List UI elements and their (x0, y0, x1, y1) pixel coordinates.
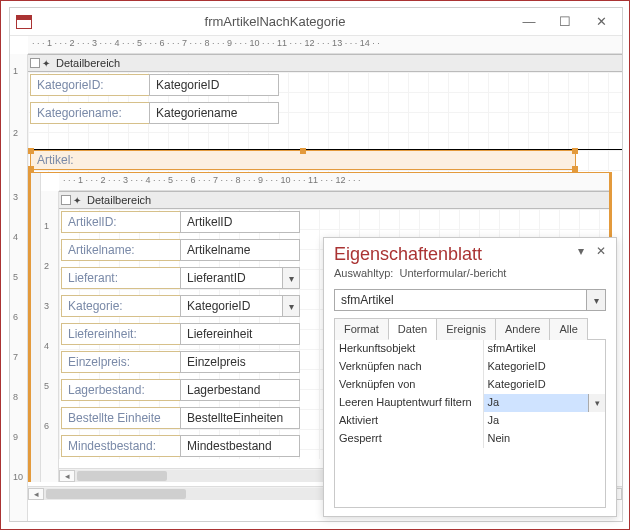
section-header-detail[interactable]: ✦ Detailbereich (28, 54, 622, 72)
property-value[interactable]: Nein (484, 430, 606, 448)
property-value[interactable]: KategorieID (484, 376, 606, 394)
textbox-liefereinheit[interactable]: Liefereinheit (180, 323, 300, 345)
property-value[interactable]: KategorieID (484, 358, 606, 376)
label-artikelname[interactable]: Artikelname: (61, 239, 181, 261)
main-detail-grid[interactable]: KategorieID: KategorieID Kategoriename: … (28, 72, 622, 150)
task-pane-options-icon[interactable]: ▾ (572, 242, 590, 260)
close-button[interactable]: ✕ (584, 11, 618, 33)
label-bestellteeinheiten[interactable]: Bestellte Einheite (61, 407, 181, 429)
textbox-artikelname[interactable]: Artikelname (180, 239, 300, 261)
label-kategoriename[interactable]: Kategoriename: (30, 102, 150, 124)
resize-handle[interactable] (300, 148, 306, 154)
textbox-lagerbestand[interactable]: Lagerbestand (180, 379, 300, 401)
resize-handle[interactable] (572, 148, 578, 154)
tab-format[interactable]: Format (334, 318, 389, 340)
form-icon (16, 15, 32, 29)
titlebar: frmArtikelNachKategorie — ☐ ✕ (10, 8, 622, 36)
property-sheet-title: Eigenschaftenblatt (334, 244, 608, 265)
property-sheet-subtitle: Auswahltyp: Unterformular/-bericht (334, 267, 608, 279)
field-row: Einzelpreis:Einzelpreis (61, 351, 300, 375)
label-liefereinheit[interactable]: Liefereinheit: (61, 323, 181, 345)
label-kategorieid[interactable]: Kategorie: (61, 295, 181, 317)
scroll-thumb[interactable] (77, 471, 167, 481)
field-row: Artikelname:Artikelname (61, 239, 300, 263)
property-name: Leeren Hauptentwurf filtern (335, 394, 484, 412)
textbox-kategorieid[interactable]: KategorieID (149, 74, 279, 96)
property-name: Verknüpfen nach (335, 358, 484, 376)
textbox-bestellteeinheiten[interactable]: BestellteEinheiten (180, 407, 300, 429)
scroll-left-button[interactable]: ◂ (28, 488, 44, 500)
property-tabs: FormatDatenEreignisAndereAlle (334, 317, 606, 340)
label-kategorieid[interactable]: KategorieID: (30, 74, 150, 96)
field-row: Lieferant:LieferantID (61, 267, 300, 291)
field-row: Kategoriename: Kategoriename (30, 102, 279, 126)
property-value[interactable]: Ja (484, 394, 606, 412)
artikel-label-area: Artikel: (28, 150, 622, 172)
scroll-thumb[interactable] (46, 489, 186, 499)
property-sheet-close-icon[interactable]: ✕ (592, 242, 610, 260)
property-row[interactable]: AktiviertJa (335, 412, 605, 430)
property-name: Gesperrt (335, 430, 484, 448)
tab-daten[interactable]: Daten (388, 318, 437, 340)
minimize-button[interactable]: — (512, 11, 546, 33)
subform-section-header[interactable]: ✦ Detailbereich (59, 191, 609, 209)
subform-ruler-horizontal[interactable]: · · · 1 · · · 2 · · · 3 · · · 4 · · · 5 … (59, 173, 609, 191)
property-row[interactable]: Verknüpfen vonKategorieID (335, 376, 605, 394)
textbox-kategoriename[interactable]: Kategoriename (149, 102, 279, 124)
property-row[interactable]: GesperrtNein (335, 430, 605, 448)
section-title: Detailbereich (87, 194, 151, 206)
section-arrow-icon: ✦ (42, 58, 50, 69)
label-artikel[interactable]: Artikel: (30, 150, 576, 170)
property-name: Verknüpfen von (335, 376, 484, 394)
label-lieferantid[interactable]: Lieferant: (61, 267, 181, 289)
property-name: Aktiviert (335, 412, 484, 430)
section-selector[interactable] (61, 195, 71, 205)
textbox-artikelid[interactable]: ArtikelID (180, 211, 300, 233)
tab-ereignis[interactable]: Ereignis (436, 318, 496, 340)
field-row: Mindestbestand:Mindestbestand (61, 435, 300, 459)
property-list[interactable]: HerkunftsobjektsfmArtikelVerknüpfen nach… (334, 340, 606, 508)
section-arrow-icon: ✦ (73, 195, 81, 206)
property-value[interactable]: Ja (484, 412, 606, 430)
field-row: KategorieID: KategorieID (30, 74, 279, 98)
maximize-button[interactable]: ☐ (548, 11, 582, 33)
label-lagerbestand[interactable]: Lagerbestand: (61, 379, 181, 401)
property-row[interactable]: HerkunftsobjektsfmArtikel (335, 340, 605, 358)
field-row: Lagerbestand:Lagerbestand (61, 379, 300, 403)
property-object-selector[interactable]: sfmArtikel (334, 289, 606, 311)
combobox-kategorieid[interactable]: KategorieID (180, 295, 300, 317)
property-value[interactable]: sfmArtikel (484, 340, 606, 358)
tab-andere[interactable]: Andere (495, 318, 550, 340)
ruler-horizontal[interactable]: · · · 1 · · · 2 · · · 3 · · · 4 · · · 5 … (28, 36, 622, 54)
subform-gutter (31, 173, 41, 482)
label-mindestbestand[interactable]: Mindestbestand: (61, 435, 181, 457)
label-einzelpreis[interactable]: Einzelpreis: (61, 351, 181, 373)
tab-alle[interactable]: Alle (549, 318, 587, 340)
combobox-lieferantid[interactable]: LieferantID (180, 267, 300, 289)
section-title: Detailbereich (56, 57, 120, 69)
property-row[interactable]: Verknüpfen nachKategorieID (335, 358, 605, 376)
field-row: ArtikelID:ArtikelID (61, 211, 300, 235)
subform-ruler-vertical[interactable]: 1 2 3 4 5 6 (41, 191, 59, 482)
section-selector[interactable] (30, 58, 40, 68)
window-title: frmArtikelNachKategorie (38, 14, 512, 29)
field-row: Bestellte EinheiteBestellteEinheiten (61, 407, 300, 431)
property-sheet: Eigenschaftenblatt Auswahltyp: Unterform… (323, 237, 617, 517)
textbox-mindestbestand[interactable]: Mindestbestand (180, 435, 300, 457)
property-row[interactable]: Leeren Hauptentwurf filternJa (335, 394, 605, 412)
scroll-left-button[interactable]: ◂ (59, 470, 75, 482)
textbox-einzelpreis[interactable]: Einzelpreis (180, 351, 300, 373)
label-artikelid[interactable]: ArtikelID: (61, 211, 181, 233)
ruler-vertical[interactable]: 1 2 3 4 5 6 7 8 9 10 (10, 54, 28, 521)
field-row: Liefereinheit:Liefereinheit (61, 323, 300, 347)
property-name: Herkunftsobjekt (335, 340, 484, 358)
field-row: Kategorie:KategorieID (61, 295, 300, 319)
resize-handle[interactable] (28, 148, 34, 154)
